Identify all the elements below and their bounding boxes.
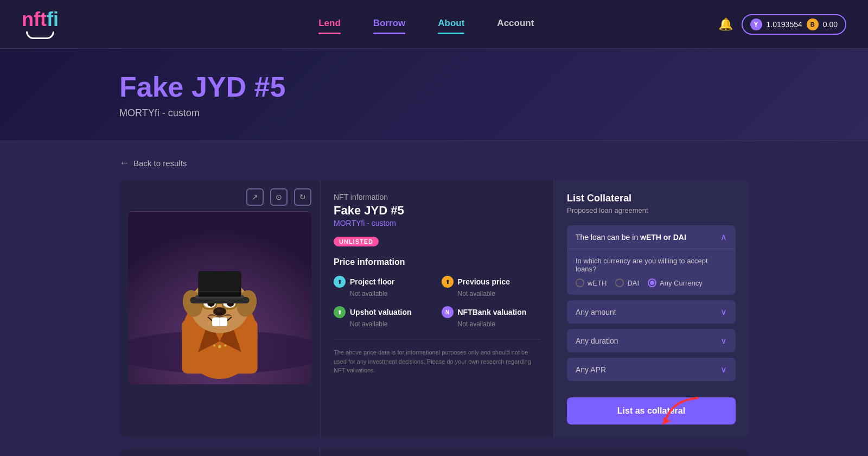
external-link-icon[interactable]: ↗ (246, 188, 264, 206)
nav-account[interactable]: Account (497, 18, 534, 31)
radio-any-currency-label: Any Currency (660, 279, 703, 287)
price-grid: ⬆ Project floor Not available ⬆ Previous… (334, 276, 540, 328)
currency-question: In which currency are you willing to acc… (576, 257, 727, 273)
duration-chevron-down-icon: ∨ (720, 335, 727, 346)
owner-panel: Owner information ? 👤 6DC79E (119, 448, 320, 456)
nft-info-label: NFT information (334, 193, 540, 201)
nft-panel-collection: MORTYfi - custom (334, 219, 540, 227)
radio-any-currency[interactable]: Any Currency (648, 278, 703, 287)
back-arrow-icon: ← (119, 157, 129, 169)
content-grid: ↗ ⊙ ↻ (119, 180, 749, 438)
upshot-label: Upshot valuation (350, 308, 412, 316)
amount-chevron-down-icon: ∨ (720, 307, 727, 317)
hero-title: Fake JYD #5 (119, 71, 749, 103)
apr-chevron-down-icon: ∨ (720, 364, 727, 375)
collateral-subtitle: Proposed loan agreement (567, 206, 736, 214)
duration-dropdown-label: Any duration (576, 337, 618, 345)
amount-dropdown[interactable]: Any amount ∨ (567, 300, 736, 324)
price-disclaimer: The above price data is for informationa… (334, 339, 540, 375)
logo-smile-icon (26, 31, 54, 39)
price-item-previous: ⬆ Previous price Not available (442, 276, 541, 297)
logo[interactable]: nftfi (22, 10, 59, 39)
radio-weth-label: wETH (588, 279, 607, 287)
project-floor-value: Not available (334, 290, 433, 297)
price-item-nftbank: N NFTBank valuation Not available (442, 306, 541, 328)
collateral-panel: List Collateral Proposed loan agreement … (553, 180, 749, 438)
share-icon[interactable]: ⊙ (270, 188, 288, 206)
radio-dai-label: DAI (627, 279, 639, 287)
header-right: 🔔 Y 1.0193554 B 0.00 (718, 14, 846, 35)
wallet-coin-icon: B (807, 18, 819, 30)
list-collateral-button[interactable]: List as collateral (567, 397, 736, 425)
refresh-icon[interactable]: ↻ (294, 188, 311, 206)
bottom-grid: Owner information ? 👤 6DC79E Previous lo… (119, 448, 749, 456)
nftbank-label: NFTBank valuation (458, 308, 527, 316)
duration-dropdown[interactable]: Any duration ∨ (567, 329, 736, 352)
nft-info-panel: NFT information Fake JYD #5 MORTYfi - cu… (320, 180, 553, 438)
currency-dropdown-label: The loan can be in wETH or DAI (576, 233, 686, 242)
back-link[interactable]: ← Back to results (119, 157, 749, 169)
collateral-title: List Collateral (567, 193, 736, 204)
nft-image (128, 211, 311, 385)
logo-nft: nft (22, 8, 47, 30)
svg-point-8 (218, 345, 221, 348)
upshot-icon: ⬆ (334, 306, 346, 318)
currency-radio-group: wETH DAI Any Currency (576, 278, 727, 287)
svg-point-26 (216, 309, 221, 312)
logo-fi: fi (47, 8, 59, 30)
svg-rect-32 (198, 292, 241, 297)
svg-point-9 (213, 344, 215, 346)
unlisted-badge: UNLISTED (334, 237, 379, 246)
currency-dropdown-content: In which currency are you willing to acc… (567, 249, 736, 295)
previous-price-label: Previous price (458, 277, 510, 286)
amount-dropdown-label: Any amount (576, 308, 616, 316)
hero-banner: Fake JYD #5 MORTYfi - custom (0, 49, 868, 141)
nft-actions-row: ↗ ⊙ ↻ (128, 188, 311, 206)
upshot-value: Not available (334, 320, 433, 328)
radio-dot (650, 281, 654, 285)
nftbank-icon: N (442, 306, 454, 318)
nft-image-panel: ↗ ⊙ ↻ (119, 180, 320, 438)
price-item-upshot: ⬆ Upshot valuation Not available (334, 306, 433, 328)
price-item-floor: ⬆ Project floor Not available (334, 276, 433, 297)
nav-borrow[interactable]: Borrow (373, 18, 406, 31)
list-collateral-container: List as collateral (567, 387, 736, 425)
wallet-badge[interactable]: Y 1.0193554 B 0.00 (742, 14, 846, 35)
radio-weth-circle (576, 278, 584, 287)
previous-price-value: Not available (442, 290, 541, 297)
svg-point-10 (224, 344, 226, 346)
apr-dropdown[interactable]: Any APR ∨ (567, 358, 736, 381)
nft-panel-title: Fake JYD #5 (334, 204, 540, 218)
price-info-title: Price information (334, 257, 540, 267)
currency-dropdown-header[interactable]: The loan can be in wETH or DAI ∧ (567, 225, 736, 249)
apr-dropdown-label: Any APR (576, 365, 606, 374)
main-content: ← Back to results ↗ ⊙ ↻ (0, 141, 868, 456)
radio-any-currency-circle (648, 278, 656, 287)
notification-bell-icon[interactable]: 🔔 (718, 17, 733, 31)
project-floor-label: Project floor (350, 277, 394, 286)
wallet-coin-amount: 0.00 (823, 20, 838, 29)
nav-about[interactable]: About (438, 18, 464, 31)
nftbank-value: Not available (442, 320, 541, 328)
hero-subtitle: MORTYfi - custom (119, 107, 749, 119)
currency-chevron-up-icon: ∧ (720, 232, 727, 242)
main-nav: Lend Borrow About Account (135, 18, 718, 31)
previous-price-icon: ⬆ (442, 276, 454, 288)
radio-dai[interactable]: DAI (615, 278, 639, 287)
currency-dropdown[interactable]: The loan can be in wETH or DAI ∧ In whic… (567, 225, 736, 295)
project-floor-icon: ⬆ (334, 276, 346, 288)
back-link-label: Back to results (133, 159, 187, 168)
loans-panel: Previous loans on asset (320, 448, 749, 456)
header: nftfi Lend Borrow About Account 🔔 Y 1.01… (0, 0, 868, 49)
nav-lend[interactable]: Lend (318, 18, 341, 31)
radio-dai-circle (615, 278, 624, 287)
radio-weth[interactable]: wETH (576, 278, 607, 287)
wallet-amount: 1.0193554 (767, 20, 802, 29)
wallet-y-icon: Y (750, 18, 762, 30)
